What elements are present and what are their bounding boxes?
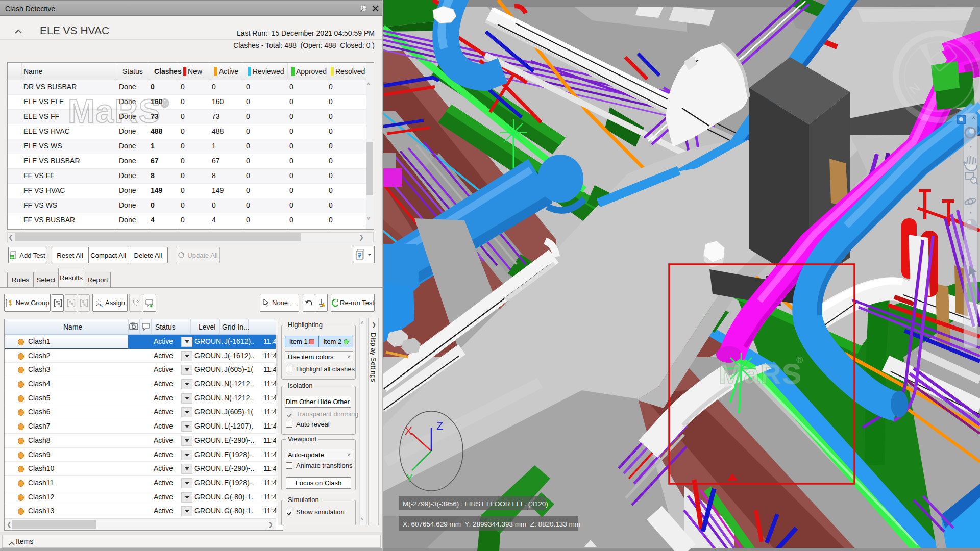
svg-text:MaRS: MaRS — [719, 358, 802, 390]
svg-text:X: X — [405, 424, 412, 437]
svg-text:x: x — [972, 114, 975, 120]
svg-text:®: ® — [796, 355, 803, 365]
svg-text:X: 607654.629 mm Y: 2899344.3: X: 607654.629 mm Y: 2899344.393 mm Z: 88… — [403, 520, 580, 528]
svg-text:Z: Z — [436, 419, 443, 432]
svg-text:M(-2799)-3(-3956) : FIRST FLOO: M(-2799)-3(-3956) : FIRST FLOOR FFL. (31… — [403, 500, 548, 508]
svg-text:Y: Y — [406, 471, 413, 484]
